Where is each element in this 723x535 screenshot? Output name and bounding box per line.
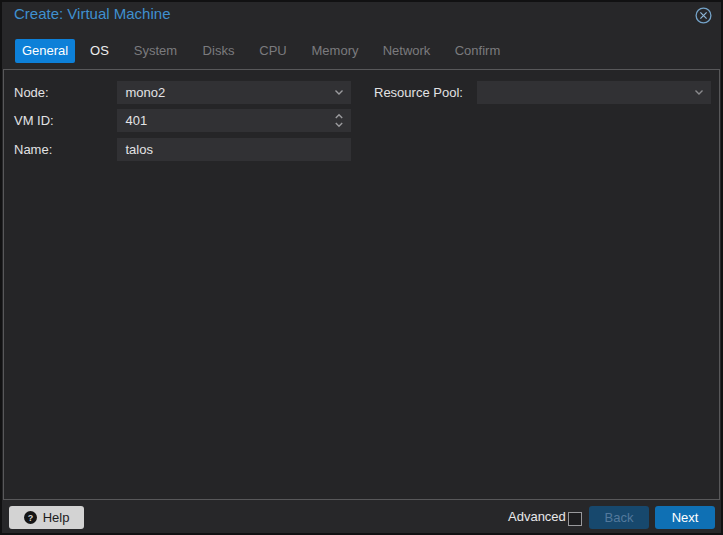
svg-text:?: ? — [27, 513, 33, 523]
